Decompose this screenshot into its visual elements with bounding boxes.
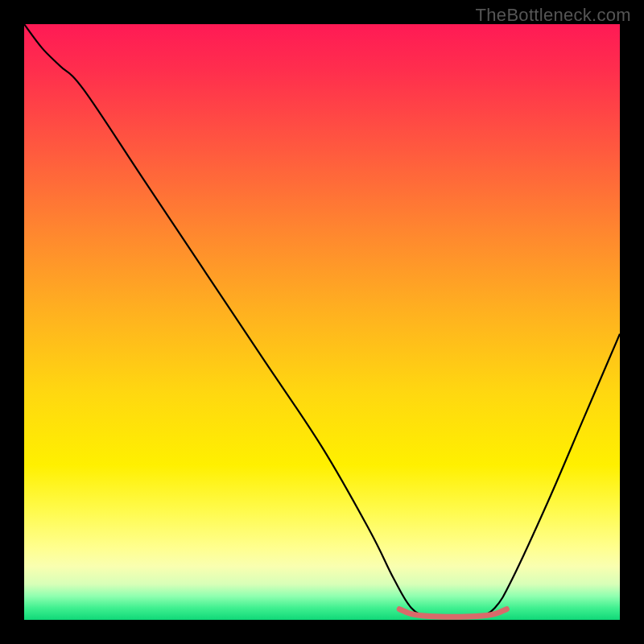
curve-svg	[24, 24, 620, 620]
plot-area	[24, 24, 620, 620]
watermark-text: TheBottleneck.com	[476, 5, 631, 26]
optimal-highlight	[399, 609, 506, 617]
bottleneck-curve	[24, 24, 620, 618]
